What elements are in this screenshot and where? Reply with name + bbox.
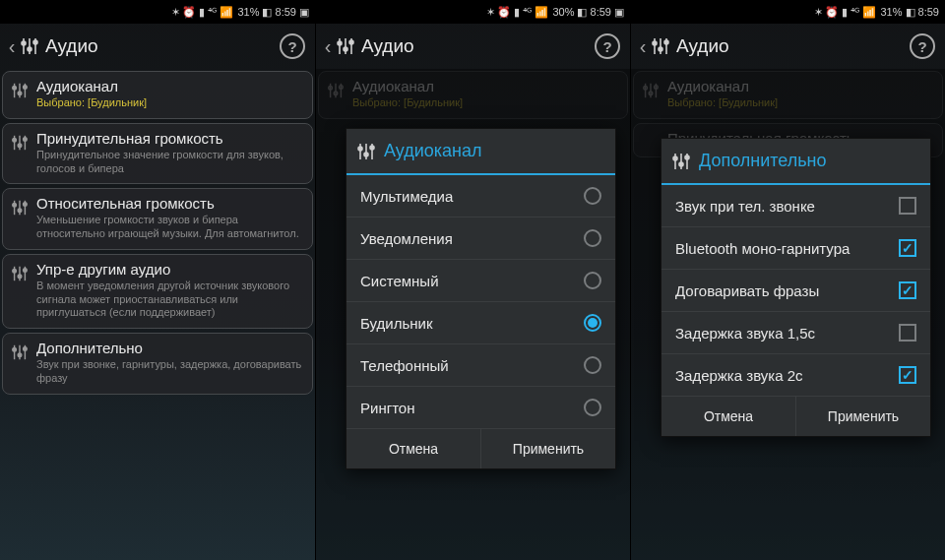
card-forced-volume[interactable]: Принудительная громкость Принудительное …: [2, 123, 313, 185]
help-button[interactable]: ?: [595, 33, 620, 59]
back-icon[interactable]: ‹: [637, 36, 649, 56]
apply-button[interactable]: Применить: [480, 429, 615, 468]
card-other-audio[interactable]: Упр-е другим аудио В момент уведомления …: [2, 254, 313, 329]
status-text: 31% ◧ 8:59: [880, 6, 939, 19]
dialog-options: Мультимедиа Уведомления Системный Будиль…: [346, 175, 615, 428]
checkbox-icon: [899, 324, 916, 342]
dialog-header: Дополнительно: [662, 139, 930, 185]
option-label: Рингтон: [360, 400, 414, 416]
back-icon[interactable]: ‹: [6, 36, 18, 56]
cancel-button[interactable]: Отмена: [346, 429, 480, 468]
svg-point-27: [18, 275, 22, 279]
sliders-icon: [356, 142, 376, 161]
option-label: Договаривать фразы: [675, 282, 819, 299]
card-relative-volume[interactable]: Относительная громкость Уменьшение громк…: [2, 188, 313, 250]
dialog-header: Аудиоканал: [346, 129, 615, 175]
dialog-buttons: Отмена Применить: [662, 396, 930, 436]
page-title: Аудио: [361, 35, 595, 57]
dialog-title: Дополнительно: [699, 151, 827, 171]
card-title: Относительная громкость: [36, 195, 304, 212]
sliders-icon: [671, 152, 691, 171]
help-button[interactable]: ?: [910, 33, 935, 59]
sliders-icon: [7, 195, 32, 217]
checkbox-icon: [899, 239, 916, 257]
card-subtitle: Звук при звонке, гарнитуры, задержка, до…: [36, 358, 304, 386]
svg-point-5: [33, 40, 37, 44]
svg-point-3: [28, 47, 32, 51]
svg-point-41: [349, 40, 353, 44]
screen-audio-channel-dialog: ⏰ ▮ ⁴ᴳ 📶 30% ◧ 8:59 ▣ ‹ Аудио ? Аудиокан…: [315, 0, 630, 560]
sliders-icon: [7, 130, 32, 152]
option-system[interactable]: Системный: [346, 259, 615, 301]
svg-point-11: [24, 86, 28, 90]
option-bluetooth-mono[interactable]: Bluetooth моно-гарнитура: [662, 226, 930, 269]
option-multimedia[interactable]: Мультимедиа: [346, 175, 615, 217]
svg-point-15: [18, 144, 22, 148]
svg-point-35: [24, 347, 28, 351]
sliders-icon: [7, 78, 32, 99]
svg-point-69: [679, 162, 683, 166]
option-delay-1-5[interactable]: Задержка звука 1,5с: [662, 311, 930, 353]
svg-point-25: [13, 269, 17, 273]
dialog-options: Звук при тел. звонке Bluetooth моно-гарн…: [662, 185, 930, 396]
option-label: Звук при тел. звонке: [675, 198, 815, 215]
app-header: ‹ Аудио ?: [0, 24, 315, 69]
radio-icon: [584, 399, 601, 416]
card-subtitle: В момент уведомления другой источник зву…: [36, 280, 304, 320]
card-title: Принудительная громкость: [36, 130, 304, 147]
svg-point-29: [24, 268, 28, 272]
svg-point-31: [13, 348, 17, 352]
card-title: Дополнительно: [36, 340, 304, 356]
settings-list: Аудиоканал Выбрано: [Будильник] Принудит…: [0, 69, 315, 395]
radio-icon: [584, 187, 601, 205]
card-subtitle: Уменьшение громкости звуков и бипера отн…: [36, 214, 304, 241]
cancel-button[interactable]: Отмена: [662, 397, 795, 436]
status-text: 31% ◧ 8:59 ▣: [237, 6, 309, 19]
status-bar: ⏰ ▮ ⁴ᴳ 📶 31% ◧ 8:59: [631, 0, 945, 24]
status-bar: ⏰ ▮ ⁴ᴳ 📶 31% ◧ 8:59 ▣: [0, 0, 315, 24]
sliders-icon: [7, 261, 32, 282]
status-bar: ⏰ ▮ ⁴ᴳ 📶 30% ◧ 8:59 ▣: [316, 0, 630, 24]
option-finish-phrases[interactable]: Договаривать фразы: [662, 269, 930, 311]
card-additional[interactable]: Дополнительно Звук при звонке, гарнитуры…: [2, 333, 313, 395]
sliders-icon: [336, 36, 355, 56]
option-label: Задержка звука 2с: [675, 367, 803, 384]
dialog-audio-channel: Аудиоканал Мультимедиа Уведомления Систе…: [346, 128, 616, 469]
option-delay-2[interactable]: Задержка звука 2с: [662, 353, 930, 396]
svg-point-17: [24, 137, 28, 141]
sliders-icon: [7, 340, 32, 361]
svg-point-9: [18, 92, 22, 95]
option-phone[interactable]: Телефонный: [346, 343, 615, 386]
svg-point-19: [13, 204, 17, 208]
option-alarm[interactable]: Будильник: [346, 301, 615, 343]
help-button[interactable]: ?: [280, 33, 305, 59]
screen-audio-settings: ⏰ ▮ ⁴ᴳ 📶 31% ◧ 8:59 ▣ ‹ Аудио ? Аудиокан…: [0, 0, 315, 560]
radio-icon: [584, 229, 601, 247]
card-subtitle: Принудительное значение громкости для зв…: [36, 149, 304, 176]
radio-icon: [584, 272, 601, 289]
option-sound-on-call[interactable]: Звук при тел. звонке: [662, 185, 930, 226]
status-indicators: ⏰ ▮ ⁴ᴳ 📶: [486, 6, 548, 19]
svg-point-53: [370, 146, 374, 150]
option-label: Мультимедиа: [360, 188, 453, 205]
option-label: Системный: [360, 273, 439, 289]
option-label: Уведомления: [360, 230, 453, 247]
dialog-title: Аудиоканал: [384, 141, 482, 161]
option-label: Телефонный: [360, 357, 449, 374]
sliders-icon: [20, 36, 39, 56]
apply-button[interactable]: Применить: [795, 397, 930, 436]
svg-point-23: [24, 203, 28, 207]
screen-additional-dialog: ⏰ ▮ ⁴ᴳ 📶 31% ◧ 8:59 ‹ Аудио ? Аудиоканал…: [630, 0, 945, 560]
radio-icon: [584, 314, 601, 332]
dialog-additional: Дополнительно Звук при тел. звонке Bluet…: [661, 138, 931, 437]
svg-point-37: [338, 41, 342, 45]
svg-point-57: [659, 47, 662, 51]
card-audio-channel[interactable]: Аудиоканал Выбрано: [Будильник]: [2, 71, 313, 119]
sliders-icon: [651, 36, 670, 56]
svg-point-21: [18, 209, 22, 213]
option-notifications[interactable]: Уведомления: [346, 217, 615, 259]
status-indicators: ⏰ ▮ ⁴ᴳ 📶: [814, 6, 876, 19]
status-indicators: ⏰ ▮ ⁴ᴳ 📶: [171, 6, 233, 19]
option-ringtone[interactable]: Рингтон: [346, 386, 615, 428]
back-icon[interactable]: ‹: [322, 36, 334, 56]
